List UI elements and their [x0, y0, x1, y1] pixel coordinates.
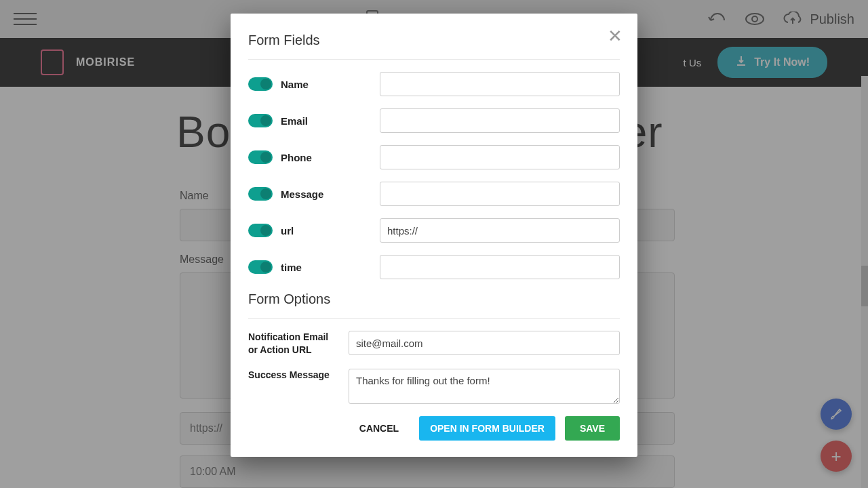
cancel-button[interactable]: CANCEL	[349, 416, 410, 441]
form-field-value-input[interactable]	[380, 145, 620, 169]
form-field-value-input[interactable]	[380, 255, 620, 279]
form-field-left: Name	[248, 77, 370, 91]
open-in-form-builder-button[interactable]: OPEN IN FORM BUILDER	[419, 416, 555, 441]
form-field-value-input[interactable]	[380, 108, 620, 133]
form-field-label: Email	[281, 115, 308, 127]
form-field-left: Phone	[248, 150, 370, 164]
form-field-row: Phone	[248, 145, 620, 169]
save-button[interactable]: SAVE	[565, 416, 620, 441]
form-field-label: Phone	[281, 152, 312, 163]
form-field-label: time	[281, 262, 302, 273]
form-field-left: Email	[248, 114, 370, 127]
divider	[248, 59, 620, 60]
toggle-switch[interactable]	[248, 114, 273, 127]
toggle-switch[interactable]	[248, 187, 273, 201]
toggle-switch[interactable]	[248, 224, 273, 237]
form-field-left: url	[248, 224, 370, 237]
form-field-value-input[interactable]	[380, 72, 620, 96]
option-success-row: Success Message	[248, 369, 620, 404]
form-field-row: Name	[248, 72, 620, 96]
option-success-label: Success Message	[248, 369, 336, 404]
option-notification-label: Notification Email or Action URL	[248, 331, 336, 357]
divider	[248, 318, 620, 319]
form-field-left: Message	[248, 187, 370, 201]
form-field-row: time	[248, 255, 620, 279]
form-field-value-input[interactable]	[380, 182, 620, 206]
modal-actions: CANCEL OPEN IN FORM BUILDER SAVE	[248, 416, 620, 441]
form-settings-modal: ✕ Form Fields NameEmailPhoneMessageurlti…	[231, 14, 637, 457]
toggle-switch[interactable]	[248, 150, 273, 164]
toggle-switch[interactable]	[248, 260, 273, 274]
close-icon[interactable]: ✕	[608, 27, 623, 45]
modal-section-title-fields: Form Fields	[248, 33, 620, 48]
form-field-left: time	[248, 260, 370, 274]
option-notification-row: Notification Email or Action URL	[248, 331, 620, 357]
form-field-label: Message	[281, 188, 323, 200]
modal-section-title-options: Form Options	[248, 291, 620, 307]
form-field-row: url	[248, 218, 620, 243]
form-field-value-input[interactable]	[380, 218, 620, 243]
form-field-row: Email	[248, 108, 620, 133]
option-notification-input[interactable]	[349, 331, 620, 355]
option-success-textarea[interactable]	[349, 369, 620, 404]
form-field-label: Name	[281, 79, 309, 90]
toggle-switch[interactable]	[248, 77, 273, 91]
form-field-label: url	[281, 225, 294, 237]
form-field-row: Message	[248, 182, 620, 206]
